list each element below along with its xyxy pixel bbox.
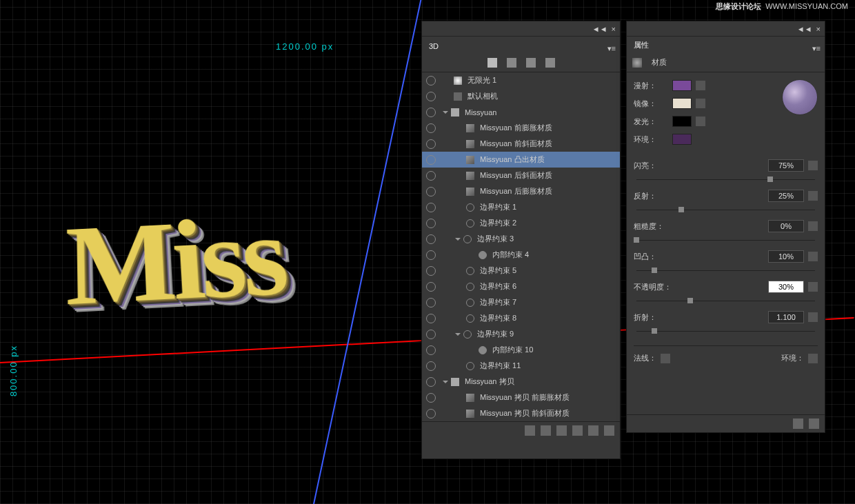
slider-value[interactable]: 1.100 — [768, 311, 804, 323]
normals-texture-icon[interactable] — [661, 354, 670, 363]
diffuse-texture-icon[interactable] — [696, 81, 705, 90]
illum-swatch[interactable] — [672, 116, 692, 127]
tree-row[interactable]: 边界约束 3 — [422, 231, 620, 247]
panel-props-header[interactable]: ◄◄ × — [627, 21, 825, 37]
tree-row[interactable]: Missyuan 拷贝 前膨胀材质 — [422, 390, 620, 405]
visibility-toggle[interactable] — [426, 298, 436, 308]
material-preview[interactable] — [782, 79, 818, 115]
tree-row[interactable]: 无限光 1 — [422, 72, 620, 88]
tree-row[interactable]: 边界约束 11 — [422, 358, 620, 374]
slider-texture-icon[interactable] — [808, 221, 818, 231]
ambient-swatch[interactable] — [672, 134, 692, 145]
illum-texture-icon[interactable] — [696, 117, 705, 126]
slider-track[interactable] — [636, 265, 815, 275]
slider-texture-icon[interactable] — [808, 252, 818, 261]
new-icon[interactable] — [572, 425, 583, 436]
slider-track[interactable] — [636, 326, 815, 336]
delete-icon[interactable] — [604, 425, 614, 436]
filter-mesh-icon[interactable] — [507, 58, 516, 68]
panel-3d-header[interactable]: ◄◄ × — [422, 21, 620, 37]
tree-row[interactable]: 默认相机 — [422, 88, 620, 104]
slider-value[interactable]: 30% — [768, 281, 804, 293]
tree-row[interactable]: 边界约束 9 — [422, 326, 620, 342]
panel-menu-icon[interactable]: ▾≡ — [812, 44, 821, 53]
visibility-toggle[interactable] — [426, 203, 436, 212]
diffuse-swatch[interactable] — [672, 80, 692, 91]
tree-row[interactable]: Missyuan 拷贝 — [422, 374, 620, 390]
visibility-toggle[interactable] — [426, 361, 436, 371]
visibility-toggle[interactable] — [426, 409, 436, 419]
filter-light-icon[interactable] — [545, 58, 555, 68]
tree-row[interactable]: Missyuan 凸出材质 — [422, 152, 620, 168]
visibility-toggle[interactable] — [426, 266, 436, 276]
expand-arrow-icon[interactable] — [455, 238, 461, 241]
panel-3d[interactable]: ◄◄ × 3D ▾≡ 无限光 1默认相机MissyuanMissyuan 前膨胀… — [421, 21, 621, 459]
scene-tree[interactable]: 无限光 1默认相机MissyuanMissyuan 前膨胀材质Missyuan … — [422, 72, 620, 421]
panel-close-icon[interactable]: × — [816, 25, 821, 33]
visibility-toggle[interactable] — [426, 250, 436, 260]
panel-properties[interactable]: ◄◄ × 属性 ▾≡ 材质 漫射： 镜像： 发光： 环境： 闪亮：75%反射：2… — [626, 21, 825, 433]
slider-track[interactable] — [636, 235, 815, 245]
visibility-toggle[interactable] — [426, 330, 436, 339]
panel-menu-icon[interactable]: ▾≡ — [607, 44, 616, 53]
3d-text[interactable]: Miss — [65, 192, 290, 333]
panel-collapse-icon[interactable]: ◄◄ — [797, 25, 812, 33]
slider-value[interactable]: 0% — [768, 220, 804, 232]
visibility-toggle[interactable] — [426, 76, 436, 85]
slider-thumb[interactable] — [767, 177, 773, 182]
specular-swatch[interactable] — [672, 98, 692, 109]
tab-3d[interactable]: 3D — [422, 39, 445, 53]
panel-collapse-icon[interactable]: ◄◄ — [592, 25, 607, 33]
visibility-toggle[interactable] — [426, 219, 436, 228]
tree-row[interactable]: 边界约束 7 — [422, 294, 620, 310]
visibility-toggle[interactable] — [426, 234, 436, 244]
visibility-toggle[interactable] — [426, 377, 436, 387]
slider-track[interactable] — [636, 296, 815, 305]
tree-row[interactable]: 边界约束 6 — [422, 279, 620, 294]
visibility-toggle[interactable] — [426, 108, 436, 117]
slider-value[interactable]: 75% — [768, 159, 804, 172]
expand-arrow-icon[interactable] — [443, 111, 448, 114]
slider-thumb[interactable] — [652, 268, 657, 273]
tree-row[interactable]: 边界约束 8 — [422, 310, 620, 326]
slider-texture-icon[interactable] — [808, 312, 818, 322]
slider-thumb[interactable] — [678, 207, 684, 212]
tree-row[interactable]: 边界约束 2 — [422, 215, 620, 231]
render-icon[interactable] — [556, 425, 567, 436]
visibility-toggle[interactable] — [426, 282, 436, 292]
props-footer-icon-2[interactable] — [809, 419, 819, 429]
light-icon[interactable] — [541, 425, 551, 436]
visibility-toggle[interactable] — [426, 345, 436, 355]
tree-row[interactable]: 内部约束 4 — [422, 247, 620, 263]
visibility-toggle[interactable] — [426, 139, 436, 149]
filter-material-icon[interactable] — [526, 58, 536, 68]
visibility-toggle[interactable] — [426, 92, 436, 101]
tree-row[interactable]: Missyuan — [422, 104, 620, 120]
visibility-toggle[interactable] — [426, 393, 436, 403]
slider-thumb[interactable] — [687, 298, 693, 303]
slider-value[interactable]: 25% — [768, 190, 804, 202]
trash-icon[interactable] — [525, 425, 535, 436]
tree-row[interactable]: Missyuan 后斜面材质 — [422, 168, 620, 183]
tree-row[interactable]: 边界约束 1 — [422, 199, 620, 215]
slider-texture-icon[interactable] — [808, 161, 818, 170]
tab-properties[interactable]: 属性 — [627, 37, 656, 53]
visibility-toggle[interactable] — [426, 123, 436, 133]
tree-row[interactable]: 边界约束 5 — [422, 263, 620, 279]
panel-close-icon[interactable]: × — [612, 25, 616, 33]
env-texture-icon[interactable] — [808, 354, 818, 363]
tree-row[interactable]: 内部约束 10 — [422, 342, 620, 358]
tree-row[interactable]: Missyuan 拷贝 前斜面材质 — [422, 405, 620, 421]
tree-row[interactable]: Missyuan 前膨胀材质 — [422, 120, 620, 136]
visibility-toggle[interactable] — [426, 171, 436, 181]
specular-texture-icon[interactable] — [696, 99, 705, 108]
slider-track[interactable] — [636, 205, 815, 214]
visibility-toggle[interactable] — [426, 187, 436, 196]
filter-scene-icon[interactable] — [487, 58, 497, 68]
new2-icon[interactable] — [588, 425, 598, 436]
visibility-toggle[interactable] — [426, 155, 436, 165]
visibility-toggle[interactable] — [426, 314, 436, 323]
slider-texture-icon[interactable] — [808, 282, 818, 292]
tree-row[interactable]: Missyuan 前斜面材质 — [422, 136, 620, 152]
props-footer-icon-1[interactable] — [793, 419, 803, 429]
